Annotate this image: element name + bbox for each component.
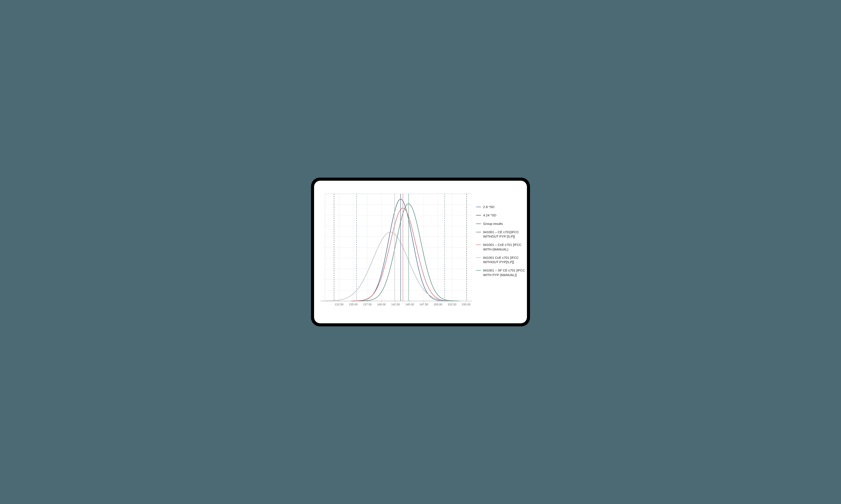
svg-text:142.50: 142.50 (391, 303, 400, 306)
legend-swatch (476, 207, 481, 207)
chart-area: 132.50135.00137.50140.00142.50145.00147.… (321, 192, 474, 317)
svg-text:132.50: 132.50 (335, 303, 344, 306)
legend-label: 641001 CcE c701 [IFCC WITHOUT PYP[S,P]] (483, 255, 529, 265)
legend-item: 641001 CcE c701 [IFCC WITHOUT PYP[S,P]] (476, 255, 529, 265)
svg-text:140.00: 140.00 (377, 303, 386, 306)
distribution-chart: 132.50135.00137.50140.00142.50145.00147.… (321, 192, 474, 310)
legend-label: Group results (483, 221, 529, 226)
legend-label: 4.24 *SD (483, 213, 529, 217)
legend-label: 641001 – CcE c701 [IFCC WITH (MANUAL) (483, 242, 529, 252)
legend-label: 641001 – SF CE c701 [IFCC WITH PYP (MANU… (483, 268, 529, 277)
svg-text:135.00: 135.00 (349, 303, 358, 306)
legend-item: Group results (476, 221, 529, 226)
legend-item: 641001 – CcE c701 [IFCC WITH (MANUAL) (476, 242, 529, 252)
legend-swatch (476, 257, 481, 258)
legend-swatch (476, 270, 481, 271)
svg-text:152.50: 152.50 (448, 303, 457, 306)
legend-item: 2.8 *SD (476, 205, 529, 209)
legend-swatch (476, 232, 481, 232)
svg-text:147.50: 147.50 (419, 303, 428, 306)
svg-text:150.00: 150.00 (434, 303, 442, 306)
legend-swatch (476, 223, 481, 224)
tablet-frame: 132.50135.00137.50140.00142.50145.00147.… (311, 178, 530, 326)
svg-text:137.50: 137.50 (363, 303, 372, 306)
legend-swatch (476, 215, 481, 215)
legend-item: 641001 – CE c701[IFCC WITHOUT PYP [S,P]] (476, 230, 529, 239)
svg-text:155.00: 155.00 (462, 303, 470, 306)
svg-text:145.00: 145.00 (406, 303, 414, 306)
screen: 132.50135.00137.50140.00142.50145.00147.… (314, 181, 527, 323)
legend-item: 4.24 *SD (476, 213, 529, 217)
legend-swatch (476, 245, 481, 245)
legend-item: 641001 – SF CE c701 [IFCC WITH PYP (MANU… (476, 268, 529, 277)
legend-label: 2.8 *SD (483, 205, 529, 209)
legend-label: 641001 – CE c701[IFCC WITHOUT PYP [S,P]] (483, 230, 529, 239)
legend: 2.8 *SD4.24 *SDGroup results641001 – CE … (474, 192, 529, 317)
